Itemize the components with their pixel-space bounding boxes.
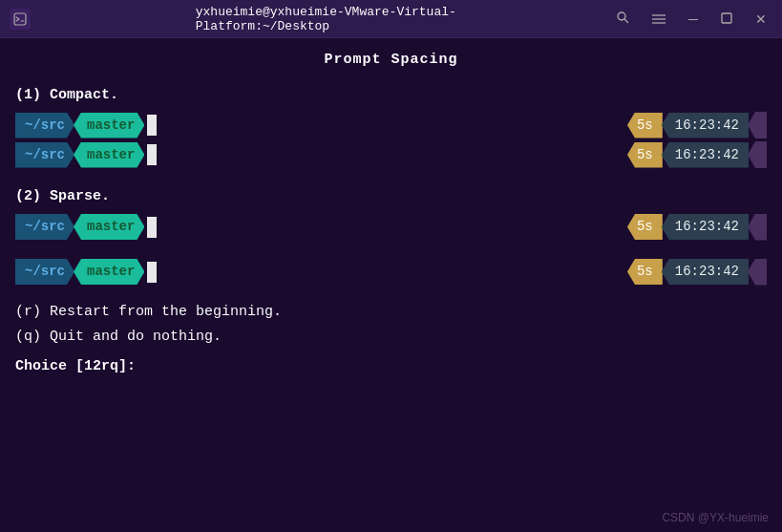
terminal-icon bbox=[10, 9, 31, 30]
menu-restart: (r) Restart from the beginning. bbox=[15, 302, 767, 324]
compact-row-1-right: 5s 16:23:42 bbox=[627, 112, 767, 138]
time-pre-c1: 5s bbox=[627, 113, 663, 138]
titlebar: yxhueimie@yxhueimie-VMware-Virtual-Platf… bbox=[0, 0, 782, 38]
time-trail-s2 bbox=[748, 259, 767, 286]
restore-button[interactable] bbox=[715, 10, 738, 29]
compact-label: (1) Compact. bbox=[15, 85, 767, 107]
time-trail-c1 bbox=[748, 112, 767, 138]
svg-rect-7 bbox=[722, 13, 731, 23]
titlebar-left bbox=[10, 9, 31, 30]
menu-quit: (q) Quit and do nothing. bbox=[15, 327, 767, 349]
sparse-gap-top bbox=[15, 171, 767, 186]
svg-point-2 bbox=[618, 12, 625, 20]
compact-row-1: ~/src master 5s 16:23:42 bbox=[15, 112, 767, 138]
time-main-s1: 16:23:42 bbox=[662, 214, 749, 240]
cursor-s1 bbox=[147, 217, 157, 238]
compact-row-2-left: ~/src master bbox=[15, 142, 157, 168]
compact-row-1-left: ~/src master bbox=[15, 113, 157, 138]
terminal-body: Prompt Spacing (1) Compact. ~/src master… bbox=[0, 38, 782, 389]
watermark: CSDN @YX-hueimie bbox=[662, 511, 769, 524]
time-trail-c2 bbox=[748, 141, 767, 168]
branch-segment-c1: master bbox=[74, 113, 144, 138]
time-pre-c2: 5s bbox=[627, 142, 663, 168]
branch-segment-s1: master bbox=[74, 214, 144, 240]
cursor-s2 bbox=[147, 262, 157, 283]
time-pre-s2: 5s bbox=[627, 259, 663, 285]
dir-segment-s2: ~/src bbox=[15, 259, 74, 285]
menu-button[interactable] bbox=[646, 10, 671, 29]
sparse-row-1-left: ~/src master bbox=[15, 214, 157, 240]
close-button[interactable]: ✕ bbox=[750, 10, 772, 29]
search-button[interactable] bbox=[610, 9, 635, 29]
window-title: yxhueimie@yxhueimie-VMware-Virtual-Platf… bbox=[196, 5, 587, 33]
sparse-row-2-left: ~/src master bbox=[15, 259, 157, 285]
sparse-row-1: ~/src master 5s 16:23:42 bbox=[15, 214, 767, 241]
time-pre-s1: 5s bbox=[627, 214, 663, 240]
dir-segment-s1: ~/src bbox=[15, 214, 74, 240]
cursor-c2 bbox=[147, 144, 157, 165]
sparse-row-2-right: 5s 16:23:42 bbox=[627, 259, 767, 286]
sparse-row-1-right: 5s 16:23:42 bbox=[627, 214, 767, 241]
compact-row-2-right: 5s 16:23:42 bbox=[627, 141, 767, 168]
dir-segment-c2: ~/src bbox=[15, 142, 74, 168]
dir-segment-c1: ~/src bbox=[15, 113, 74, 138]
svg-rect-0 bbox=[14, 13, 26, 25]
menu-gap bbox=[15, 288, 767, 298]
titlebar-controls: ─ ✕ bbox=[610, 9, 772, 29]
cursor-c1 bbox=[147, 115, 157, 136]
time-main-c2: 16:23:42 bbox=[662, 142, 749, 168]
time-main-s2: 16:23:42 bbox=[662, 259, 749, 285]
compact-row-2: ~/src master 5s 16:23:42 bbox=[15, 141, 767, 168]
sparse-label: (2) Sparse. bbox=[15, 186, 767, 208]
heading: Prompt Spacing bbox=[15, 50, 767, 72]
svg-line-3 bbox=[625, 20, 628, 23]
sparse-inner-gap bbox=[15, 244, 767, 259]
branch-segment-s2: master bbox=[74, 259, 144, 285]
branch-segment-c2: master bbox=[74, 142, 144, 168]
sparse-row-2: ~/src master 5s 16:23:42 bbox=[15, 259, 767, 286]
choice-prompt[interactable]: Choice [12rq]: bbox=[15, 356, 767, 378]
minimize-button[interactable]: ─ bbox=[683, 10, 704, 29]
time-main-c1: 16:23:42 bbox=[662, 113, 749, 138]
time-trail-s1 bbox=[748, 214, 767, 241]
